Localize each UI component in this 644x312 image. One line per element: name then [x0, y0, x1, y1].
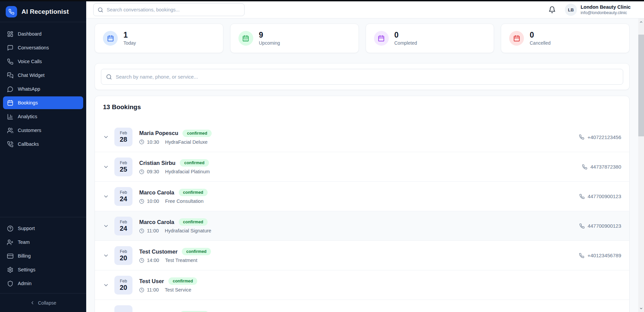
- phone-icon: [582, 164, 587, 170]
- phone-icon: [7, 58, 13, 65]
- scrollbar-thumb[interactable]: [638, 35, 644, 136]
- phone-number: 447700900123: [588, 193, 621, 199]
- scroll-down-arrow[interactable]: [638, 306, 644, 311]
- phone-number: +40722123456: [587, 134, 621, 140]
- status-badge: confirmed: [168, 277, 197, 285]
- credit-card-icon: [7, 253, 13, 259]
- customer-name: Marco Carola: [139, 219, 174, 225]
- account-name: London Beauty Clinic: [581, 4, 631, 10]
- sidebar-item-team[interactable]: Team: [3, 236, 83, 249]
- booking-row[interactable]: Feb 20 Test Customer confirmed 14:00 Tes…: [95, 240, 629, 270]
- bookings-search-input[interactable]: [116, 74, 618, 80]
- account-email: info@londonbeauty.clinic: [581, 10, 631, 15]
- sidebar-item-analytics[interactable]: Analytics: [3, 110, 83, 123]
- phone-icon: [8, 9, 14, 15]
- expand-row-button[interactable]: [103, 164, 109, 170]
- global-search-input[interactable]: [107, 7, 240, 12]
- shield-icon: [7, 280, 13, 287]
- booking-time: 11:00: [147, 228, 159, 233]
- bookings-list: Feb 28 Maria Popescu confirmed 10:30 Hyd…: [95, 122, 629, 312]
- clock-icon: [139, 139, 144, 144]
- booking-time: 09:30: [147, 169, 159, 174]
- chevron-down-icon: [103, 193, 109, 199]
- expand-row-button[interactable]: [103, 193, 109, 199]
- booking-row[interactable]: Feb 24 Marco Carola confirmed 11:00 Hydr…: [95, 211, 629, 240]
- expand-row-button[interactable]: [103, 223, 109, 229]
- app-logo: [6, 6, 17, 17]
- phone-number: 44737872380: [590, 164, 621, 170]
- bar-chart-icon: [7, 114, 13, 120]
- clock-icon: [139, 199, 144, 204]
- calendar-icon: [513, 35, 520, 42]
- date-day: 28: [120, 136, 127, 143]
- clock-icon: [139, 287, 144, 293]
- date-month: Feb: [120, 220, 127, 224]
- phone-number: +40123456789: [587, 253, 621, 258]
- customer-name: Maria Popescu: [139, 130, 178, 136]
- sidebar-item-dashboard[interactable]: Dashboard: [3, 28, 83, 40]
- help-circle-icon: [7, 225, 13, 232]
- sidebar-item-support[interactable]: Support: [3, 222, 83, 235]
- notifications-button[interactable]: [548, 6, 556, 13]
- date-month: Feb: [120, 161, 127, 165]
- collapse-label: Collapse: [38, 300, 56, 306]
- bookings-card: 13 Bookings Feb 28 Maria Popescu confirm…: [95, 96, 630, 312]
- clock-icon: [139, 169, 144, 174]
- booking-time: 10:00: [147, 198, 159, 204]
- sidebar-item-conversations[interactable]: Conversations: [3, 41, 83, 54]
- date-month: Feb: [120, 279, 127, 283]
- account-info: London Beauty Clinic info@londonbeauty.c…: [581, 4, 631, 15]
- sidebar-item-label: WhatsApp: [18, 86, 40, 92]
- sidebar-item-voice-calls[interactable]: Voice Calls: [3, 55, 83, 68]
- app-title: AI Receptionist: [21, 8, 69, 15]
- booking-row[interactable]: Feb 28 Maria Popescu confirmed 10:30 Hyd…: [95, 122, 629, 152]
- vertical-scrollbar[interactable]: [638, 18, 644, 312]
- chevron-down-icon: [639, 307, 643, 310]
- chevron-up-icon: [639, 20, 643, 24]
- stat-icon-wrap: [374, 31, 389, 46]
- date-badge: Feb: [114, 305, 132, 312]
- sidebar-item-label: Support: [18, 226, 35, 231]
- scroll-up-arrow[interactable]: [638, 19, 644, 25]
- sidebar-item-customers[interactable]: Customers: [3, 124, 83, 137]
- sidebar-item-chat-widget[interactable]: Chat Widget: [3, 69, 83, 82]
- account-menu[interactable]: LB London Beauty Clinic info@londonbeaut…: [565, 4, 631, 16]
- phone-icon: [579, 223, 585, 229]
- customer-name: Test Customer: [139, 249, 177, 255]
- customer-phone: 447700900123: [579, 193, 621, 199]
- expand-row-button[interactable]: [103, 134, 109, 140]
- stat-label: Cancelled: [530, 40, 550, 46]
- sidebar-item-whatsapp[interactable]: WhatsApp: [3, 83, 83, 95]
- date-month: Feb: [120, 131, 127, 135]
- booking-row[interactable]: Feb 24 Marco Carola confirmed 10:00 Free…: [95, 181, 629, 211]
- booking-row[interactable]: Feb 25 Cristian Sirbu confirmed 09:30 Hy…: [95, 152, 629, 181]
- sidebar-item-callbacks[interactable]: Callbacks: [3, 138, 83, 150]
- chat-bubble-icon: [7, 45, 13, 51]
- search-icon: [98, 7, 103, 13]
- date-badge: Feb 20: [114, 276, 132, 295]
- avatar: LB: [565, 4, 577, 16]
- sidebar-item-settings[interactable]: Settings: [3, 263, 83, 276]
- sidebar-item-label: Dashboard: [18, 31, 42, 37]
- clock-icon: [139, 228, 144, 233]
- date-day: 20: [120, 284, 127, 292]
- expand-row-button[interactable]: [103, 282, 109, 288]
- stat-icon-wrap: [238, 31, 253, 46]
- chevron-down-icon: [103, 253, 109, 259]
- sidebar-item-label: Chat Widget: [18, 73, 45, 78]
- sidebar-item-billing[interactable]: Billing: [3, 250, 83, 262]
- booking-time: 14:00: [147, 258, 159, 263]
- booking-service: Hydrafacial Signature: [165, 228, 211, 233]
- collapse-sidebar-button[interactable]: Collapse: [0, 293, 86, 312]
- chat-widget-icon: [7, 72, 13, 79]
- status-badge: confirmed: [182, 248, 211, 255]
- sidebar-item-admin[interactable]: Admin: [3, 277, 83, 290]
- expand-row-button[interactable]: [103, 253, 109, 259]
- sidebar-item-bookings[interactable]: Bookings: [3, 96, 83, 109]
- user-plus-icon: [7, 239, 13, 246]
- global-search: [93, 3, 245, 16]
- booking-row[interactable]: Feb Cristian Sirbu confirmed: [95, 300, 629, 312]
- booking-row[interactable]: Feb 20 Test User confirmed 11:00 Test Se…: [95, 270, 629, 300]
- bookings-heading: 13 Bookings: [103, 103, 621, 111]
- date-badge: Feb 28: [114, 128, 132, 146]
